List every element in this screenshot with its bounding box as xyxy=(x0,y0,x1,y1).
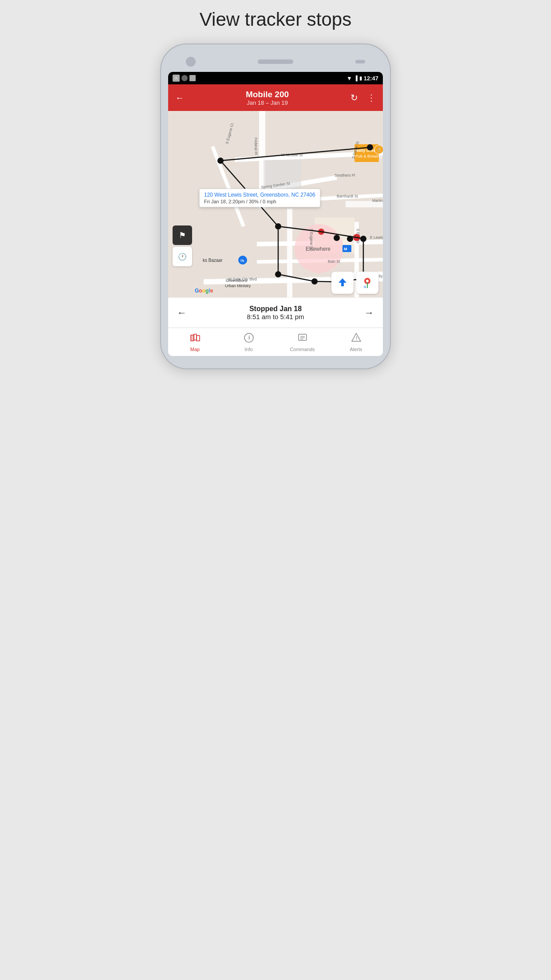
next-stop-button[interactable]: → xyxy=(362,305,376,320)
nav-item-commands[interactable]: Commands xyxy=(276,328,329,356)
map-icon xyxy=(190,332,201,346)
page-title: View tracker stops xyxy=(200,9,351,30)
clock: 12:47 xyxy=(364,75,378,82)
status-icons-left: A xyxy=(173,75,196,82)
alerts-icon: ! xyxy=(351,332,362,346)
nav-label-map: Map xyxy=(190,347,200,352)
svg-rect-72 xyxy=(197,336,200,341)
more-button[interactable]: ⋮ xyxy=(365,91,378,105)
commands-icon xyxy=(297,332,308,346)
app-bar-center: Mobile 200 Jan 18 – Jan 19 xyxy=(186,90,349,106)
wifi-icon: ▼ xyxy=(346,75,352,82)
svg-rect-73 xyxy=(191,335,194,341)
app-bar-subtitle: Jan 18 – Jan 19 xyxy=(186,99,349,106)
svg-text:E Lewis St: E Lewis St xyxy=(370,235,383,240)
google-text: Google xyxy=(195,288,213,294)
flag-button[interactable]: ⚑ xyxy=(173,225,192,245)
app-bar: ← Mobile 200 Jan 18 – Jan 19 ↻ ⋮ xyxy=(168,84,383,111)
svg-text:Greensboro: Greensboro xyxy=(226,278,247,283)
nav-item-info[interactable]: i Info xyxy=(222,328,276,356)
svg-text:Urban Ministry: Urban Ministry xyxy=(225,284,251,288)
svg-text:G: G xyxy=(364,285,366,288)
app-bar-right: ↻ ⋮ xyxy=(349,91,378,105)
app-bar-title: Mobile 200 xyxy=(186,90,349,99)
svg-text:Barnhardt St: Barnhardt St xyxy=(337,194,358,198)
svg-rect-8 xyxy=(287,209,292,297)
screen: A ▼ ▐ ▮ 12:47 ← Mobile 200 Jan 18 – Jan … xyxy=(168,72,383,356)
prev-stop-button[interactable]: ← xyxy=(175,305,189,320)
tooltip-detail: Fri Jan 18, 2:20pm / 30% / 0 mph xyxy=(204,199,315,204)
tooltip-address: 120 West Lewis Street, Greensboro, NC 27… xyxy=(204,192,315,198)
google-maps-button[interactable]: G xyxy=(356,272,378,294)
map-tooltip: 120 West Lewis Street, Greensboro, NC 27… xyxy=(199,189,320,207)
svg-text:M: M xyxy=(344,247,347,251)
front-camera xyxy=(186,57,196,67)
nav-item-alerts[interactable]: ! Alerts xyxy=(329,328,383,356)
stop-bar-time: 8:51 am to 5:41 pm xyxy=(247,313,304,320)
svg-text:Pub & Brewing: Pub & Brewing xyxy=(355,154,382,158)
status-right: ▼ ▐ ▮ 12:47 xyxy=(346,75,378,82)
svg-text:Bain St: Bain St xyxy=(328,259,340,264)
svg-text:Martin Luther King J…: Martin Luther King J… xyxy=(372,198,383,203)
svg-point-68 xyxy=(366,280,369,282)
refresh-button[interactable]: ↻ xyxy=(349,91,360,105)
speaker xyxy=(258,59,293,64)
back-button[interactable]: ← xyxy=(173,91,186,105)
svg-text:Federal Pl: Federal Pl xyxy=(254,138,258,155)
signal-icon: ▐ xyxy=(354,75,358,81)
nav-label-commands: Commands xyxy=(290,347,315,352)
info-icon: i xyxy=(244,332,254,346)
phone-top xyxy=(168,57,383,72)
svg-rect-71 xyxy=(194,334,197,340)
svg-rect-76 xyxy=(299,334,307,340)
nav-label-info: Info xyxy=(244,347,252,352)
clock-button[interactable]: 🕐 xyxy=(173,247,192,266)
map-container[interactable]: Natty Greene's Pub & Brewing 🍴 Elsewhere… xyxy=(168,111,383,297)
svg-marker-66 xyxy=(338,278,346,286)
bottom-nav: Map i Info xyxy=(168,328,383,356)
stop-bar-title: Stopped Jan 18 xyxy=(247,305,304,313)
sensor xyxy=(355,60,365,63)
svg-text:!: ! xyxy=(356,336,357,341)
directions-button[interactable] xyxy=(331,272,354,294)
nav-label-alerts: Alerts xyxy=(350,347,362,352)
svg-point-49 xyxy=(334,235,340,241)
nav-item-map[interactable]: Map xyxy=(168,328,222,356)
svg-text:i: i xyxy=(248,335,250,341)
status-icon-grid xyxy=(189,75,196,81)
svg-text:Smothers Pl: Smothers Pl xyxy=(335,173,355,178)
battery-icon: ▮ xyxy=(359,75,362,81)
stop-bar-center: Stopped Jan 18 8:51 am to 5:41 pm xyxy=(247,305,304,320)
svg-text:ks Bazaar: ks Bazaar xyxy=(203,258,223,263)
svg-text:🍴: 🍴 xyxy=(376,147,382,153)
svg-text:🛍: 🛍 xyxy=(240,258,244,263)
svg-text:S Eugene St: S Eugene St xyxy=(309,229,314,250)
phone-frame: A ▼ ▐ ▮ 12:47 ← Mobile 200 Jan 18 – Jan … xyxy=(160,43,391,369)
stop-bar: ← Stopped Jan 18 8:51 am to 5:41 pm → xyxy=(168,297,383,328)
status-icon-circle xyxy=(181,75,188,81)
map-controls-left: ⚑ 🕐 xyxy=(173,225,192,266)
status-bar: A ▼ ▐ ▮ 12:47 xyxy=(168,72,383,84)
map-controls-right: G xyxy=(331,272,378,294)
google-logo: Google xyxy=(195,288,213,294)
status-icon-a: A xyxy=(173,75,180,82)
